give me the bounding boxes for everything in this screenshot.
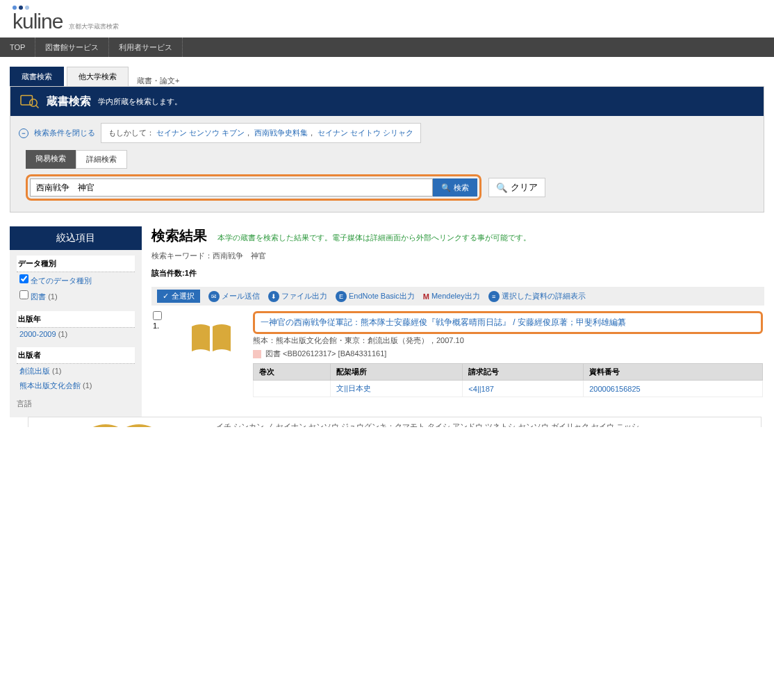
- tool-mendeley[interactable]: MMendeley出力: [423, 291, 480, 301]
- record-title-link[interactable]: 一神官の西南戦争従軍記：熊本隊士安藤經俊『戦争概畧晴雨日誌』 / 安藤經俊原著；…: [261, 317, 626, 327]
- detail-right: イチ シンカン ノ セイナン センソウ ジュウグンキ：クマモト タイシ アンドウ…: [216, 417, 761, 427]
- book-icon: [190, 324, 232, 353]
- brand-subtitle: 京都大学蔵書検索: [69, 23, 119, 30]
- results-main: 検索結果 本学の蔵書を検索した結果です。電子媒体は詳細画面から外部へリンクする事…: [151, 226, 764, 417]
- col-volume: 巻次: [254, 364, 331, 381]
- facet-book[interactable]: 図書: [19, 292, 46, 301]
- book-large-icon: [88, 423, 157, 427]
- record-checkbox[interactable]: [153, 311, 162, 320]
- tab-other-univ[interactable]: 他大学検索: [67, 67, 129, 86]
- brand-name: kuline: [13, 10, 63, 33]
- facet-datatype-title: データ種別: [17, 256, 135, 272]
- search-button[interactable]: 🔍 検索: [433, 178, 477, 197]
- search-panel: 蔵書検索 学内所蔵を検索します。 − 検索条件を閉じる もしかして： セイナン …: [10, 86, 764, 212]
- svg-line-2: [36, 106, 39, 108]
- table-row: 文||日本史 <4||187 200006156825: [254, 381, 763, 397]
- nav-user-service[interactable]: 利用者サービス: [109, 38, 183, 57]
- hits-label: 該当件数:: [151, 269, 185, 277]
- tool-mail[interactable]: ✉メール送信: [208, 291, 260, 302]
- close-conditions-link[interactable]: 検索条件を閉じる: [34, 128, 95, 138]
- facet-header: 絞込項目: [10, 226, 142, 250]
- tool-detail[interactable]: ≡選択した資料の詳細表示: [488, 291, 586, 302]
- book-tag-icon: [253, 350, 261, 358]
- detail-panel: 🐦 ツイート 0 B! 👍 いいね！ この文献を取り寄せる 🏢ILL申込 図書館…: [28, 417, 761, 427]
- maybe-link-1[interactable]: セイナン センソウ キブン: [156, 128, 245, 137]
- svg-point-1: [30, 99, 38, 107]
- facet-pubyear-title: 出版年: [17, 311, 135, 328]
- search-icon: 🔍: [441, 183, 451, 192]
- db-tabs: 蔵書検索 他大学検索 蔵書・論文+: [10, 67, 764, 86]
- search-input-highlight: 🔍 検索: [26, 174, 481, 201]
- clear-icon: 🔍: [496, 183, 508, 193]
- facet-publisher-2[interactable]: 熊本出版文化会館: [19, 381, 81, 390]
- nav-library-service[interactable]: 図書館サービス: [35, 38, 109, 57]
- facet-publisher-1[interactable]: 創流出版: [19, 367, 50, 375]
- hits-value: 1件: [185, 269, 197, 277]
- header: kuline 京都大学蔵書検索: [0, 0, 774, 33]
- facet-sidebar: 絞込項目 データ種別 全てのデータ種別 図書 (1) 出版年 2000-2009…: [10, 226, 142, 417]
- results-note: 本学の蔵書を検索した結果です。電子媒体は詳細画面から外部へリンクする事が可能です…: [217, 233, 531, 243]
- search-input[interactable]: [30, 178, 433, 197]
- facet-pubyear-item[interactable]: 2000-2009: [19, 330, 56, 338]
- tool-file[interactable]: ⬇ファイル出力: [268, 291, 327, 302]
- kw-value: 西南戦争 神官: [213, 251, 266, 260]
- col-location: 配架場所: [331, 364, 463, 381]
- detail-kana: イチ シンカン ノ セイナン センソウ ジュウグンキ：クマモト タイシ アンドウ…: [216, 422, 752, 427]
- results-heading: 検索結果: [151, 226, 207, 245]
- holdings-table: 巻次 配架場所 請求記号 資料番号 文||日本史 <4||187 2000061…: [253, 363, 763, 397]
- maybe-label: もしかして：: [108, 128, 154, 137]
- select-all-button[interactable]: ✓全選択: [157, 290, 200, 303]
- record-publisher: 熊本：熊本出版文化会館・東京：創流出版（発売），2007.10: [253, 335, 763, 346]
- record-tagline: 図書 <BB02612317> [BA84331161]: [265, 349, 386, 359]
- facet-all-datatype[interactable]: 全てのデータ種別: [19, 276, 92, 285]
- search-panel-subtitle: 学内所蔵を検索します。: [98, 97, 182, 107]
- simple-search-tab[interactable]: 簡易検索: [26, 150, 76, 169]
- col-material: 資料番号: [584, 364, 763, 381]
- file-icon: ⬇: [268, 291, 279, 302]
- maybe-link-3[interactable]: セイナン セイトウ シリャク: [318, 128, 413, 137]
- cell-location[interactable]: 文||日本史: [336, 384, 371, 392]
- check-icon: ✓: [163, 292, 169, 301]
- facet-publisher-title: 出版者: [17, 347, 135, 364]
- search-panel-title: 蔵書検索: [47, 94, 91, 109]
- clear-button[interactable]: 🔍 クリア: [488, 178, 545, 197]
- cell-material[interactable]: 200006156825: [589, 385, 640, 393]
- kw-label: 検索キーワード：: [151, 251, 213, 260]
- maybe-link-2[interactable]: 西南戦争史料集: [254, 128, 308, 137]
- collapse-icon[interactable]: −: [19, 128, 28, 138]
- detail-icon: ≡: [488, 291, 500, 302]
- results-toolbar: ✓全選択 ✉メール送信 ⬇ファイル出力 EEndNote Basic出力 MMe…: [151, 287, 764, 306]
- top-nav: TOP 図書館サービス 利用者サービス: [0, 38, 774, 57]
- tab-catalog[interactable]: 蔵書検索: [10, 67, 64, 86]
- result-record: 1. 一神官の西南戦争従軍記：熊本隊士安藤經俊『戦争概畧晴雨日誌』 / 安藤經俊…: [151, 306, 764, 403]
- detail-left: 🐦 ツイート 0 B! 👍 いいね！ この文献を取り寄せる 🏢ILL申込 図書館…: [28, 417, 216, 427]
- facet-lang-title: 言語: [10, 397, 142, 410]
- did-you-mean: もしかして： セイナン センソウ キブン， 西南戦争史料集， セイナン セイトウ…: [101, 123, 421, 143]
- tab-articles[interactable]: 蔵書・論文+: [137, 76, 179, 86]
- nav-top[interactable]: TOP: [0, 38, 35, 57]
- endnote-icon: E: [336, 291, 347, 302]
- col-callno: 請求記号: [463, 364, 584, 381]
- cell-callno[interactable]: <4||187: [468, 385, 494, 393]
- record-title-highlight: 一神官の西南戦争従軍記：熊本隊士安藤經俊『戦争概畧晴雨日誌』 / 安藤經俊原著；…: [253, 311, 763, 334]
- record-number: 1.: [153, 322, 159, 330]
- logo-dots: [13, 6, 761, 10]
- mendeley-icon: M: [423, 292, 429, 301]
- tool-endnote[interactable]: EEndNote Basic出力: [336, 291, 415, 302]
- advanced-search-tab[interactable]: 詳細検索: [76, 150, 127, 169]
- mail-icon: ✉: [208, 291, 220, 302]
- magnifier-book-icon: [19, 92, 40, 110]
